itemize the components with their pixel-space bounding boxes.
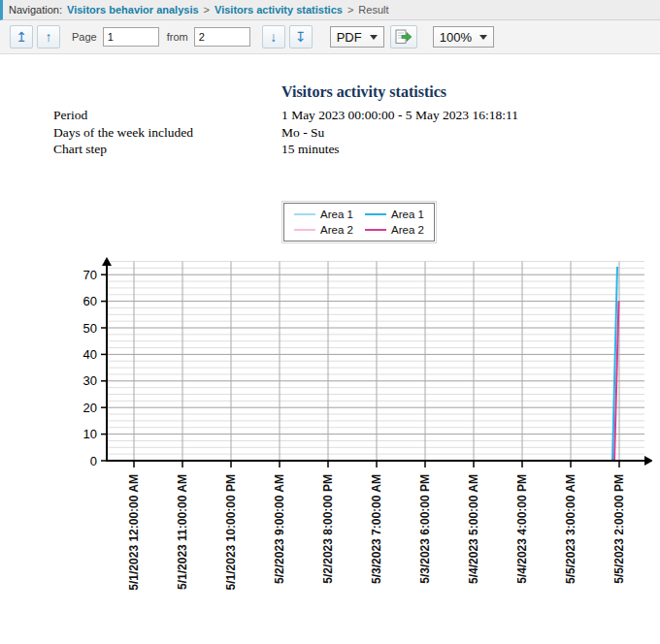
page-first-button[interactable]: ↥ [10,25,33,48]
svg-text:0: 0 [90,453,97,467]
breadcrumb-link-visitors-behavior-analysis[interactable]: Visitors behavior analysis [67,4,199,16]
chevron-down-icon [479,35,487,40]
page-total-input[interactable] [194,27,250,47]
export-icon [395,29,412,45]
legend-label: Area 1 [320,209,353,220]
breadcrumb-separator: > [204,4,210,16]
svg-text:50: 50 [83,320,97,335]
svg-text:5/5/2023 3:00:00 AM: 5/5/2023 3:00:00 AM [564,474,578,584]
field-value-period: 1 May 2023 00:00:00 - 5 May 2023 16:18:1… [281,107,518,124]
legend-label: Area 1 [391,209,424,220]
from-label: from [167,31,188,43]
report-toolbar: ↥ ↑ Page from ↓ ↧ PDF 100% [0,20,660,54]
zoom-select[interactable]: 100% [433,26,494,48]
report-summary-table: Period 1 May 2023 00:00:00 - 5 May 2023 … [53,107,660,158]
svg-text:5/1/2023 12:00:00 AM: 5/1/2023 12:00:00 AM [127,474,141,591]
field-label-chart-step: Chart step [53,141,281,158]
table-row: Chart step 15 minutes [53,141,660,158]
chart-area: 0102030405060705/1/2023 12:00:00 AM5/1/2… [70,255,660,610]
arrow-up-bar-icon: ↥ [16,30,27,44]
svg-text:30: 30 [83,373,97,388]
legend-item: Area 1 [294,209,353,220]
table-row: Days of the week included Mo - Su [53,124,660,142]
arrow-down-bar-icon: ↧ [295,30,307,44]
page-label: Page [72,31,97,43]
legend-label: Area 2 [320,224,353,236]
legend-line-swatch [365,229,386,231]
breadcrumb-link-visitors-activity-statistics[interactable]: Visitors activity statistics [214,4,343,16]
visitors-activity-chart: 0102030405060705/1/2023 12:00:00 AM5/1/2… [70,255,652,606]
svg-text:5/2/2023 8:00:00 PM: 5/2/2023 8:00:00 PM [321,474,335,584]
svg-text:5/1/2023 11:00:00 AM: 5/1/2023 11:00:00 AM [176,473,189,589]
svg-text:20: 20 [83,400,97,414]
page-previous-button[interactable]: ↑ [37,25,60,48]
page-next-button[interactable]: ↓ [262,25,285,48]
report-page: Visitors activity statistics Period 1 Ma… [0,54,660,610]
arrow-down-icon: ↓ [270,30,277,44]
page-number-input[interactable] [103,27,159,47]
svg-text:5/5/2023 2:00:00 PM: 5/5/2023 2:00:00 PM [612,474,626,584]
field-value-days: Mo - Su [281,124,324,142]
breadcrumb: Navigation: Visitors behavior analysis >… [0,0,660,20]
svg-text:5/4/2023 5:00:00 AM: 5/4/2023 5:00:00 AM [467,474,480,584]
legend-line-swatch [294,213,315,215]
breadcrumb-separator: > [347,4,353,16]
legend-item: Area 2 [294,224,353,236]
field-value-chart-step: 15 minutes [281,141,340,158]
svg-text:5/3/2023 6:00:00 PM: 5/3/2023 6:00:00 PM [418,474,432,584]
legend-item: Area 2 [365,224,424,236]
svg-text:70: 70 [83,267,97,281]
svg-text:5/3/2023 7:00:00 AM: 5/3/2023 7:00:00 AM [370,474,383,584]
svg-text:40: 40 [83,346,97,361]
svg-text:5/2/2023 9:00:00 AM: 5/2/2023 9:00:00 AM [273,474,286,584]
legend-line-swatch [294,229,315,231]
page-last-button[interactable]: ↧ [289,25,313,48]
legend-label: Area 2 [391,224,424,236]
field-label-period: Period [53,107,281,124]
svg-text:5/4/2023 4:00:00 PM: 5/4/2023 4:00:00 PM [515,474,529,584]
page-title: Visitors activity statistics [68,83,660,101]
export-button[interactable] [390,25,417,48]
svg-text:60: 60 [83,294,97,308]
table-row: Period 1 May 2023 00:00:00 - 5 May 2023 … [53,107,660,124]
chart-legend: Area 1 Area 1 Area 2 Area 2 [283,203,435,242]
legend-item: Area 1 [365,209,424,220]
svg-text:5/1/2023 10:00:00 PM: 5/1/2023 10:00:00 PM [224,474,238,590]
arrow-up-icon: ↑ [46,30,52,44]
legend-line-swatch [365,213,386,215]
export-format-select[interactable]: PDF [330,26,384,48]
svg-text:10: 10 [83,427,97,441]
zoom-value: 100% [440,30,472,45]
field-label-days: Days of the week included [53,124,281,142]
chevron-down-icon [370,35,378,40]
breadcrumb-current-result: Result [358,4,388,16]
export-format-value: PDF [337,30,362,45]
breadcrumb-prefix: Navigation: [9,4,62,16]
